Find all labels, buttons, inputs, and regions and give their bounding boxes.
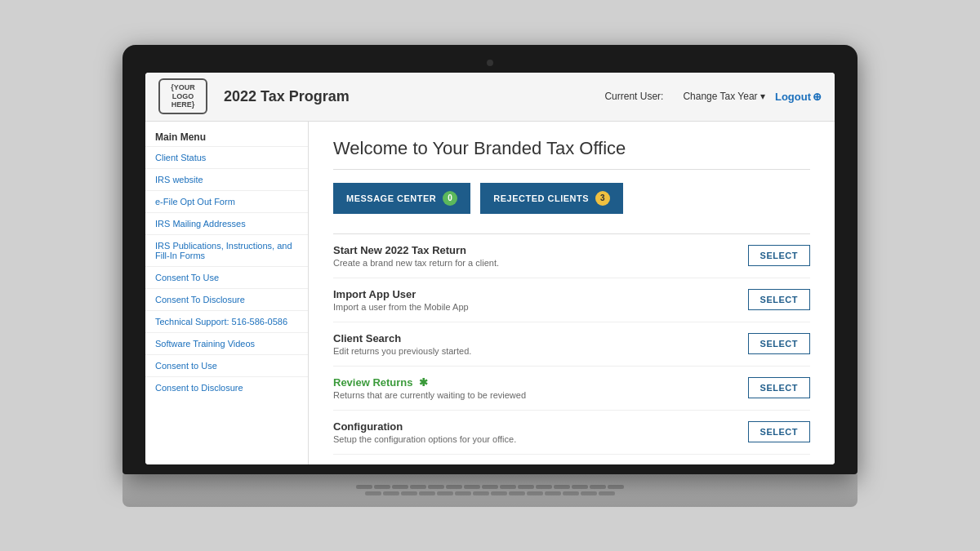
menu-item-client-search: Client Search Edit returns you previousl… — [333, 322, 810, 367]
menu-item-title-client-search: Client Search — [333, 332, 748, 344]
main-content: Welcome to Your Branded Tax Office MESSA… — [309, 122, 835, 464]
message-center-badge: 0 — [443, 191, 457, 206]
sidebar-heading: Main Menu — [145, 125, 308, 146]
menu-item-review-returns: Review Returns ✱ Returns that are curren… — [333, 367, 810, 411]
action-buttons: MESSAGE CENTER 0 REJECTED CLIENTS 3 — [333, 183, 810, 214]
laptop-keyboard — [122, 474, 858, 507]
menu-item-title-review-returns: Review Returns ✱ — [333, 376, 748, 389]
sidebar-item-efile-opt-out[interactable]: e-File Opt Out Form — [145, 190, 308, 212]
menu-item-import-app: Import App User Import a user from the M… — [333, 278, 810, 322]
camera-dot — [487, 60, 493, 66]
logo: {YOUR LOGO HERE} — [158, 78, 207, 114]
message-center-button[interactable]: MESSAGE CENTER 0 — [333, 183, 470, 214]
rejected-clients-button[interactable]: REJECTED CLIENTS 3 — [480, 183, 623, 214]
select-new-return-button[interactable]: SELECT — [748, 245, 810, 266]
menu-item-title-new-return: Start New 2022 Tax Return — [333, 244, 748, 256]
body-layout: Main Menu Client Status IRS website e-Fi… — [145, 122, 835, 464]
laptop-container: {YOUR LOGO HERE} 2022 Tax Program Curren… — [122, 45, 858, 507]
app-title: 2022 Tax Program — [224, 88, 604, 105]
header-right: Current User: Change Tax Year ▾ Logout ⊕ — [604, 91, 822, 103]
menu-item-new-return: Start New 2022 Tax Return Create a brand… — [333, 234, 810, 278]
menu-item-desc-new-return: Create a brand new tax return for a clie… — [333, 258, 748, 268]
sidebar-item-tech-support[interactable]: Technical Support: 516-586-0586 — [145, 310, 308, 332]
screen: {YOUR LOGO HERE} 2022 Tax Program Curren… — [145, 73, 835, 464]
welcome-title: Welcome to Your Branded Tax Office — [333, 138, 810, 170]
change-tax-year-button[interactable]: Change Tax Year ▾ — [683, 91, 765, 102]
select-import-app-button[interactable]: SELECT — [748, 289, 810, 310]
screen-bezel: {YOUR LOGO HERE} 2022 Tax Program Curren… — [122, 45, 858, 474]
menu-item-reports: Reports SELECT — [333, 455, 810, 464]
menu-item-desc-configuration: Setup the configuration options for your… — [333, 434, 748, 444]
sidebar-item-consent-disclosure[interactable]: Consent To Disclosure — [145, 288, 308, 310]
keyboard-decoration — [178, 485, 803, 495]
select-client-search-button[interactable]: SELECT — [748, 333, 810, 354]
menu-item-desc-client-search: Edit returns you previously started. — [333, 346, 748, 356]
menu-item-title-import-app: Import App User — [333, 288, 748, 300]
logout-icon: ⊕ — [813, 91, 822, 103]
current-user-label: Current User: — [604, 91, 663, 102]
sidebar-item-irs-publications[interactable]: IRS Publications, Instructions, and Fill… — [145, 234, 308, 266]
menu-item-desc-import-app: Import a user from the Mobile App — [333, 302, 748, 312]
sidebar-item-consent-use[interactable]: Consent To Use — [145, 266, 308, 288]
rejected-clients-badge: 3 — [595, 191, 610, 206]
select-review-returns-button[interactable]: SELECT — [748, 377, 810, 398]
menu-item-title-configuration: Configuration — [333, 420, 748, 433]
select-configuration-button[interactable]: SELECT — [748, 421, 810, 442]
review-returns-asterisk: ✱ — [419, 376, 428, 389]
sidebar-item-irs-website[interactable]: IRS website — [145, 168, 308, 190]
logout-button[interactable]: Logout ⊕ — [775, 91, 822, 103]
sidebar-item-client-status[interactable]: Client Status — [145, 146, 308, 168]
menu-item-desc-review-returns: Returns that are currently waiting to be… — [333, 390, 748, 400]
sidebar-item-consent-disclosure2[interactable]: Consent to Disclosure — [145, 376, 308, 398]
menu-item-configuration: Configuration Setup the configuration op… — [333, 411, 810, 455]
menu-list: Start New 2022 Tax Return Create a brand… — [333, 233, 810, 464]
app-header: {YOUR LOGO HERE} 2022 Tax Program Curren… — [145, 73, 835, 122]
sidebar-item-irs-mailing[interactable]: IRS Mailing Addresses — [145, 212, 308, 234]
sidebar-item-training-videos[interactable]: Software Training Videos — [145, 332, 308, 354]
sidebar-item-consent-use2[interactable]: Consent to Use — [145, 354, 308, 376]
sidebar: Main Menu Client Status IRS website e-Fi… — [145, 122, 309, 464]
